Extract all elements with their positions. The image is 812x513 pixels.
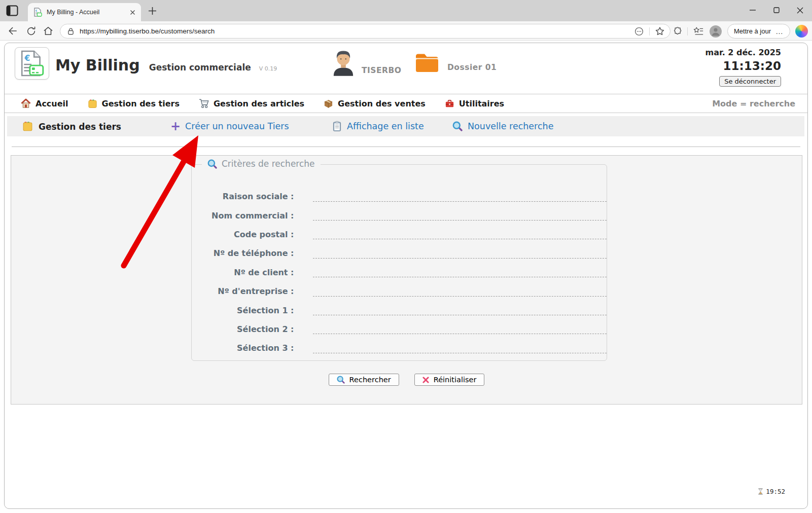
search-criteria-fieldset: Critères de recherche Raison sociale : N… — [191, 164, 607, 361]
list-view-label: Affichage en liste — [347, 121, 424, 131]
nav-item-utilitaires[interactable]: Utilitaires — [445, 99, 504, 108]
session-timer: 19:52 — [758, 488, 785, 495]
cart-icon — [199, 98, 209, 108]
window-close-button[interactable] — [788, 0, 812, 20]
profile-avatar-icon[interactable] — [709, 25, 722, 38]
telephone-input[interactable] — [313, 248, 607, 259]
search-button-label: Rechercher — [349, 376, 391, 384]
red-x-icon — [422, 377, 429, 383]
nav-item-gestion-des-articles[interactable]: Gestion des articles — [199, 98, 304, 108]
favorite-star-icon[interactable] — [655, 26, 665, 36]
back-icon[interactable] — [6, 24, 19, 38]
raison-sociale-input[interactable] — [313, 192, 607, 202]
extensions-icon[interactable] — [672, 26, 682, 36]
nav-item-label: Gestion des tiers — [102, 99, 180, 108]
folder-tabs-icon — [88, 99, 97, 108]
numero-entreprise-input[interactable] — [313, 286, 607, 297]
app-subtitle: Gestion commerciale — [149, 62, 251, 72]
nav-item-gestion-des-tiers[interactable]: Gestion des tiers — [88, 99, 180, 108]
site-lock-icon[interactable] — [66, 27, 75, 36]
dossier-folder-icon — [414, 51, 440, 74]
main-nav: Accueil Gestion des tiers Gestion des ar… — [5, 94, 807, 113]
username-label: TISERBO — [362, 66, 402, 77]
magnifier-icon — [337, 376, 345, 384]
home-icon[interactable] — [42, 24, 55, 38]
nav-item-accueil[interactable]: Accueil — [21, 98, 68, 108]
nav-item-gestion-des-ventes[interactable]: Gestion des ventes — [324, 99, 426, 108]
logout-button[interactable]: Se déconnecter — [719, 76, 781, 87]
address-bar[interactable]: https://mybilling.tiserbo.be/customers/s… — [60, 24, 670, 39]
magnifier-icon — [207, 159, 217, 169]
update-browser-label: Mettre à jour — [734, 27, 771, 35]
toolbar-section-label: Gestion des tiers — [39, 121, 121, 131]
form-row: Nº de téléphone : — [192, 244, 607, 263]
numero-client-input[interactable] — [313, 267, 607, 277]
favorites-list-icon[interactable] — [693, 26, 704, 36]
form-row: Raison sociale : — [192, 187, 607, 206]
field-label: Raison sociale : — [192, 192, 294, 201]
app-header: € My Billing Gestion commerciale V 0.19 — [5, 43, 807, 94]
field-label: Sélection 1 : — [192, 306, 294, 315]
field-label: Nº d'entreprise : — [192, 286, 294, 296]
copilot-icon[interactable] — [795, 25, 808, 38]
divider — [687, 27, 688, 35]
field-label: Sélection 2 : — [192, 324, 294, 334]
form-row: Sélection 3 : — [192, 339, 607, 357]
toolbar-section-gestion-des-tiers: Gestion des tiers — [22, 121, 121, 132]
browser-tab[interactable]: € My Billing - Accueil — [28, 3, 141, 21]
browser-titlebar: € My Billing - Accueil — [0, 0, 812, 21]
app-logo: € — [15, 47, 49, 80]
update-browser-button[interactable]: Mettre à jour … — [727, 24, 790, 39]
session-timer-value: 19:52 — [766, 488, 785, 495]
user-avatar — [332, 48, 355, 77]
field-label: Nº de client : — [192, 268, 294, 277]
dossier-label: Dossier 01 — [447, 63, 497, 74]
url-text[interactable]: https://mybilling.tiserbo.be/customers/s… — [80, 27, 634, 35]
nav-item-label: Utilitaires — [459, 99, 504, 108]
clipboard-icon — [333, 121, 341, 132]
code-postal-input[interactable] — [313, 229, 607, 239]
mode-indicator: Mode = recherche — [712, 99, 795, 108]
user-block: TISERBO — [332, 48, 402, 77]
more-options-icon[interactable] — [634, 26, 644, 36]
form-row: Nº d'entreprise : — [192, 282, 607, 301]
search-button[interactable]: Rechercher — [329, 374, 399, 386]
field-label: Nom commercial : — [192, 211, 294, 221]
new-tab-button[interactable] — [148, 7, 157, 15]
field-label: Nº de téléphone : — [192, 248, 294, 258]
reset-button[interactable]: Réinitialiser — [414, 374, 485, 386]
create-tiers-label: Créer un nouveau Tiers — [185, 121, 289, 131]
web-page: € My Billing Gestion commerciale V 0.19 — [0, 41, 812, 513]
tab-actions-icon[interactable] — [6, 5, 18, 16]
refresh-icon[interactable] — [24, 24, 38, 38]
toolbox-icon — [445, 99, 454, 108]
selection-1-input[interactable] — [313, 305, 607, 315]
tab-close-icon[interactable] — [128, 8, 137, 17]
content-panel: Critères de recherche Raison sociale : N… — [11, 155, 802, 405]
plus-icon: + — [170, 121, 181, 131]
browser-toolbar: https://mybilling.tiserbo.be/customers/s… — [0, 21, 812, 41]
form-row: Code postal : — [192, 225, 607, 244]
folder-tabs-icon — [22, 121, 33, 132]
tab-title: My Billing - Accueil — [47, 9, 128, 16]
tab-favicon-icon: € — [33, 8, 42, 17]
new-search-link[interactable]: Nouvelle recherche — [452, 121, 553, 131]
horizontal-divider — [12, 146, 800, 147]
nav-item-label: Gestion des articles — [214, 99, 304, 108]
current-time: 11:13:20 — [705, 58, 781, 74]
window-minimize-button[interactable] — [740, 0, 764, 20]
page-title: My Billing — [55, 56, 140, 74]
list-view-link[interactable]: Affichage en liste — [333, 121, 424, 132]
dossier-block: Dossier 01 — [414, 51, 497, 74]
nom-commercial-input[interactable] — [313, 210, 607, 221]
selection-3-input[interactable] — [313, 343, 607, 353]
package-icon — [324, 99, 333, 108]
house-icon — [21, 98, 31, 108]
window-maximize-button[interactable] — [764, 0, 788, 20]
datetime-block: mar. 2 déc. 2025 11:13:20 Se déconnecter — [705, 47, 781, 87]
settings-menu-icon[interactable]: … — [775, 27, 784, 35]
selection-2-input[interactable] — [313, 324, 607, 334]
magnifier-icon — [452, 121, 463, 131]
svg-text:€: € — [24, 54, 30, 63]
create-tiers-link[interactable]: + Créer un nouveau Tiers — [170, 121, 289, 131]
